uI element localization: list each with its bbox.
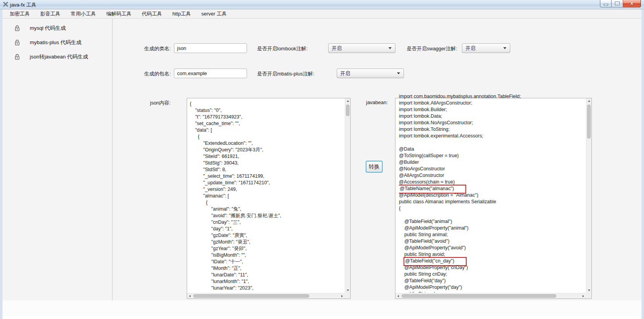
lock-icon (15, 39, 20, 46)
code-line: "_update_time": "1671174210", (190, 180, 344, 186)
json-vertical-scroll-thumb[interactable] (346, 105, 349, 116)
scroll-down-arrow[interactable] (345, 288, 351, 293)
sidebar-item-label: mysql 代码生成 (30, 25, 66, 32)
menu-item-media-tools[interactable]: 影音工具 (40, 10, 66, 17)
package-name-input[interactable] (174, 69, 247, 78)
code-line: "OriginQuery": "2023年3月", (190, 147, 344, 153)
javabean-vertical-scroll-thumb[interactable] (587, 105, 591, 139)
code-line: "SiteId": 661921, (190, 153, 344, 160)
chevron-down-icon (388, 47, 392, 49)
class-name-input[interactable] (174, 43, 247, 53)
code-line: import lombok.Builder; (399, 106, 585, 113)
arrow-up-icon (588, 100, 590, 102)
code-line: "status": "0", (190, 107, 344, 114)
code-line: import lombok.ToString; (399, 126, 585, 133)
javabean-output-textarea[interactable]: import com.baomidou.mybatisplus.annotati… (395, 98, 592, 299)
code-line: public class Almanac implements Serializ… (399, 199, 585, 205)
window-controls: X (600, 0, 641, 7)
maximize-icon (615, 2, 619, 5)
code-line: "_select_time": 1671174199, (190, 173, 344, 180)
javabean-horizontal-scroll-thumb[interactable] (402, 294, 556, 298)
code-line: import lombok.NoArgsConstructor; (399, 120, 585, 126)
code-line: { (190, 199, 344, 206)
menu-item-code-tools[interactable]: 代码工具 (142, 10, 167, 17)
swagger-dropdown[interactable]: 开启 (462, 43, 510, 53)
scrollbar-corner (345, 293, 350, 298)
scroll-down-arrow[interactable] (586, 288, 592, 293)
scroll-left-arrow[interactable] (395, 293, 401, 299)
code-line: "StdStg": 39043, (190, 160, 344, 166)
lock-icon (15, 25, 20, 31)
code-line: import com.baomidou.mybatisplus.annotati… (399, 93, 585, 100)
convert-button[interactable]: 转换 (366, 161, 383, 173)
javabean-output-text[interactable]: import com.baomidou.mybatisplus.annotati… (399, 93, 585, 293)
menu-bar: 加密工具 影音工具 常用小工具 编解码工具 代码工具 http工具 server… (3, 9, 641, 19)
json-content-text[interactable]: { "status": "0", "t": "1677917334923", "… (190, 101, 344, 293)
json-content-textarea[interactable]: { "status": "0", "t": "1677917334923", "… (187, 98, 351, 299)
code-line: "cnDay": "三", (190, 219, 344, 226)
scroll-up-arrow[interactable] (345, 98, 351, 104)
javabean-horizontal-scrollbar[interactable] (395, 293, 586, 298)
sidebar-item-label: mybatis-plus 代码生成 (30, 39, 82, 46)
minimize-icon (604, 4, 608, 5)
code-line: "lunarMonth": "1", (190, 278, 344, 285)
code-line: @ApiModelProperty("cnDay") (399, 264, 585, 271)
sidebar-item-mysql-codegen[interactable]: mysql 代码生成 (11, 24, 104, 33)
minimize-button[interactable] (600, 0, 612, 7)
scroll-up-arrow[interactable] (586, 98, 592, 104)
sidebar-item-mybatis-plus-codegen[interactable]: mybatis-plus 代码生成 (11, 38, 104, 47)
code-line: import lombok.AllArgsConstructor; (399, 100, 585, 106)
menu-item-codec-tools[interactable]: 编解码工具 (106, 10, 137, 17)
scroll-left-arrow[interactable] (187, 293, 193, 299)
code-line: @ApiModelProperty("avoid") (399, 245, 585, 251)
code-line: @TableField("day") (399, 278, 585, 284)
json-vertical-scrollbar[interactable] (345, 98, 350, 293)
bottom-strip (3, 300, 641, 316)
mybatis-plus-dropdown-value: 开启 (340, 70, 397, 77)
code-line: { (190, 134, 344, 140)
json-horizontal-scroll-thumb[interactable] (193, 294, 309, 298)
code-line: @TableField("animal") (399, 218, 585, 225)
scroll-right-arrow[interactable] (581, 293, 586, 299)
mybatis-plus-dropdown[interactable]: 开启 (337, 69, 404, 78)
close-icon: X (630, 1, 633, 6)
close-button[interactable]: X (623, 0, 641, 7)
code-line: "lDate": "十一", (190, 259, 344, 265)
menu-item-server-tools[interactable]: server 工具 (201, 10, 232, 17)
code-line: "month": "2", (190, 292, 344, 293)
menu-item-encrypt-tools[interactable]: 加密工具 (10, 10, 35, 17)
code-line: "StdStl": 8, (190, 166, 344, 173)
code-line: "ExtendedLocation": "", (190, 140, 344, 147)
code-line: "gzMonth": "癸丑", (190, 239, 344, 245)
code-line: "almanac": [ (190, 193, 344, 199)
code-line: "isBigMonth": "", (190, 252, 344, 259)
window-title: java-fx 工具 (10, 2, 36, 9)
code-line: "data": [ (190, 127, 344, 134)
code-line: @Data (399, 146, 585, 153)
swagger-dropdown-value: 开启 (465, 45, 503, 52)
code-line: "gzDate": "庚寅", (190, 232, 344, 239)
chevron-down-icon (397, 72, 400, 74)
lombok-dropdown-value: 开启 (332, 45, 388, 52)
menu-item-common-tools[interactable]: 常用小工具 (71, 10, 101, 17)
maximize-button[interactable] (612, 0, 623, 7)
lock-icon (15, 54, 20, 60)
code-line: "avoid": "搬新房.安门.祭祀.谢土", (190, 213, 344, 219)
code-line: "lunarDate": "11", (190, 272, 344, 278)
scrollbar-corner (586, 293, 591, 298)
json-horizontal-scrollbar[interactable] (187, 293, 345, 298)
arrow-right-icon (583, 295, 584, 297)
scroll-right-arrow[interactable] (339, 293, 345, 299)
code-line: "animal": "兔", (190, 206, 344, 213)
sidebar-item-json-to-javabean-codegen[interactable]: json转javabean 代码生成 (11, 53, 104, 61)
code-line: @TableField("avoid") (399, 238, 585, 245)
titlebar: java-fx 工具 X (0, 0, 644, 9)
arrow-left-icon (189, 295, 191, 297)
class-name-label: 生成的类名: (144, 45, 171, 52)
code-line: "day": "1", (190, 226, 344, 232)
code-line: public String animal; (399, 232, 585, 238)
menu-item-http-tools[interactable]: http工具 (172, 10, 196, 17)
javabean-vertical-scrollbar[interactable] (586, 98, 591, 293)
lombok-dropdown[interactable]: 开启 (328, 43, 395, 53)
code-line: public String day; (399, 291, 585, 293)
